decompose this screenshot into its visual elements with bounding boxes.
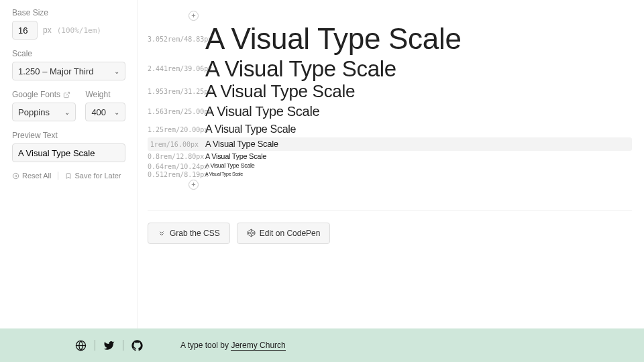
google-fonts-label: Google Fonts: [12, 90, 60, 99]
bookmark-icon: [65, 172, 72, 180]
scale-row-meta: 1.25rem/20.00px: [148, 126, 205, 133]
scale-row-sample: A Visual Type Scale: [205, 82, 355, 102]
scale-select[interactable]: 1.250 – Major Third ⌄: [12, 62, 125, 80]
scale-row: 1.25rem/20.00pxA Visual Type Scale: [148, 121, 632, 137]
divider: [148, 210, 632, 210]
scale-row-sample: A Visual Type Scale: [205, 162, 255, 171]
weight-label: Weight: [85, 90, 125, 99]
add-smaller-step-button[interactable]: +: [189, 180, 199, 190]
scale-row-sample: A Visual Type Scale: [205, 22, 462, 56]
chevron-down-icon: ⌄: [64, 109, 70, 116]
scale-row-meta: 3.052rem/48.83px: [148, 36, 205, 43]
font-value: Poppins: [18, 107, 50, 117]
scale-row-sample: A Visual Type Scale: [205, 56, 396, 82]
preview-text-input[interactable]: [12, 143, 125, 162]
sidebar-actions: Reset All Save for Later: [12, 172, 125, 180]
scale-row-meta: 0.64rem/10.24px: [148, 163, 205, 170]
scale-row-meta: 0.8rem/12.80px: [148, 153, 205, 160]
scale-row-sample: A Visual Type Scale: [205, 171, 243, 178]
scale-row-meta: 1rem/16.00px: [148, 141, 205, 148]
save-for-later-button[interactable]: Save for Later: [65, 172, 121, 180]
scale-row: 0.8rem/12.80pxA Visual Type Scale: [148, 151, 632, 162]
scale-row-sample: A Visual Type Scale: [205, 121, 296, 137]
edit-on-codepen-button[interactable]: Edit on CodePen: [237, 223, 331, 244]
base-size-label: Base Size: [12, 8, 125, 17]
reset-icon: [12, 172, 19, 180]
globe-icon[interactable]: [75, 340, 87, 351]
scale-row: 3.052rem/48.83pxA Visual Type Scale: [148, 22, 632, 56]
base-size-unit: px: [43, 25, 52, 35]
scale-row-meta: 2.441rem/39.06px: [148, 65, 205, 72]
scale-row-meta: 0.512rem/8.19px: [148, 171, 205, 178]
reset-all-button[interactable]: Reset All: [12, 172, 51, 180]
weight-field: Weight 400 ⌄: [85, 90, 125, 121]
scale-row: 0.512rem/8.19pxA Visual Type Scale: [148, 171, 632, 178]
weight-value: 400: [91, 107, 106, 117]
scale-field: Scale 1.250 – Major Third ⌄: [12, 49, 125, 80]
base-size-field: Base Size px (100%/1em): [12, 8, 125, 40]
credit-text: A type tool by Jeremy Church: [180, 341, 286, 350]
add-larger-step-button[interactable]: +: [189, 11, 199, 21]
font-select[interactable]: Poppins ⌄: [12, 103, 76, 121]
scale-row-meta: 1.563rem/25.00px: [148, 108, 205, 115]
weight-select[interactable]: 400 ⌄: [85, 103, 125, 121]
scale-row-sample: A Visual Type Scale: [205, 151, 266, 162]
chevron-down-icon: ⌄: [114, 68, 119, 75]
scale-row: 1rem/16.00pxA Visual Type Scale: [148, 137, 632, 151]
author-link[interactable]: Jeremy Church: [231, 341, 285, 351]
scale-row-sample: A Visual Type Scale: [205, 101, 319, 121]
github-icon[interactable]: [131, 340, 143, 351]
scale-row-meta: 1.953rem/31.25px: [148, 88, 205, 95]
scale-row-sample: A Visual Type Scale: [205, 137, 278, 151]
scale-value: 1.250 – Major Third: [18, 66, 94, 76]
svg-line-0: [66, 92, 70, 95]
font-field: Google Fonts Poppins ⌄: [12, 90, 76, 121]
scale-row: 1.563rem/25.00pxA Visual Type Scale: [148, 101, 632, 121]
twitter-icon[interactable]: [103, 340, 115, 351]
footer: A type tool by Jeremy Church: [0, 328, 644, 362]
scale-row: 0.64rem/10.24pxA Visual Type Scale: [148, 162, 632, 171]
external-link-icon[interactable]: [63, 91, 70, 99]
preview-text-field: Preview Text: [12, 131, 125, 162]
divider: [95, 340, 95, 351]
divider: [58, 172, 58, 180]
scale-row: 2.441rem/39.06pxA Visual Type Scale: [148, 56, 632, 82]
sidebar: Base Size px (100%/1em) Scale 1.250 – Ma…: [0, 0, 138, 362]
preview-text-label: Preview Text: [12, 131, 125, 140]
social-links: [75, 340, 143, 351]
codepen-icon: [247, 229, 256, 237]
chevron-down-icon: ⌄: [114, 109, 119, 116]
divider: [123, 340, 123, 351]
scale-row: 1.953rem/31.25pxA Visual Type Scale: [148, 82, 632, 102]
base-size-input[interactable]: [12, 21, 38, 40]
scale-label: Scale: [12, 49, 125, 58]
chevrons-down-icon: [158, 229, 166, 237]
type-scale-preview: 3.052rem/48.83pxA Visual Type Scale2.441…: [148, 22, 632, 178]
base-size-hint: (100%/1em): [57, 26, 101, 35]
grab-css-button[interactable]: Grab the CSS: [148, 223, 230, 244]
main-panel: + 3.052rem/48.83pxA Visual Type Scale2.4…: [138, 0, 644, 362]
